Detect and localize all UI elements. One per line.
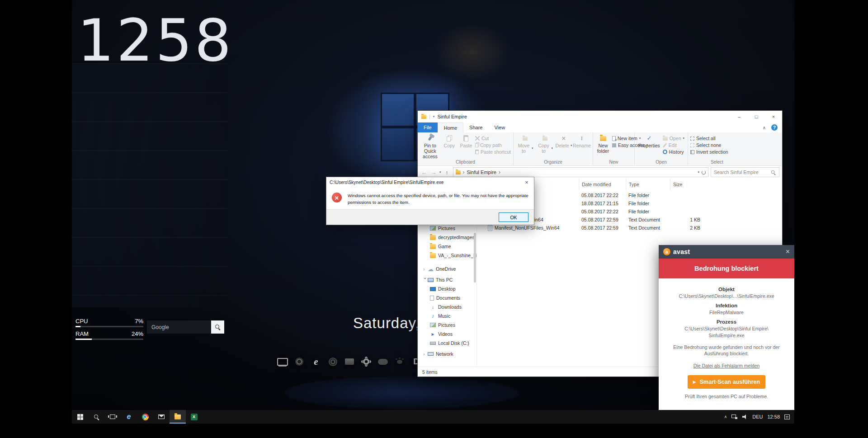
delete-button[interactable]: Delete▾ [556,134,572,149]
close-button[interactable]: × [765,111,782,122]
explorer-taskbar-button[interactable] [170,410,186,424]
properties-button[interactable]: Properties [637,134,661,149]
collapse-ribbon-icon[interactable]: ∧ [763,125,766,130]
action-center-icon[interactable] [784,414,790,419]
internet-explorer-dock-icon[interactable] [310,355,322,368]
avast-logo-icon: a [663,248,670,255]
chevron-icon[interactable]: › [423,351,428,357]
paste-button[interactable]: Paste [458,134,474,149]
nav-item[interactable]: ›Local Disk (C:) [418,339,476,348]
history-button[interactable]: History [663,149,684,155]
spreadsheet-taskbar-button[interactable] [186,410,202,424]
search-icon [771,170,776,174]
task-view-button[interactable] [104,410,121,424]
copy-path-button[interactable]: Copy path [475,142,511,148]
language-indicator[interactable]: DEU [752,414,763,419]
column-header-type[interactable]: Type [626,179,670,190]
google-search-input[interactable]: Google [147,320,211,334]
nav-item[interactable]: ›Videos [418,330,476,339]
gear-dock-icon[interactable] [360,355,373,368]
cpu-label: CPU [75,318,88,325]
column-header-date-modified[interactable]: Date modified [579,179,626,190]
minimize-button[interactable]: – [731,111,748,122]
downloads-icon [430,305,436,310]
nav-item[interactable]: ›Music [418,311,476,320]
windows-logo-icon [77,414,83,420]
column-header-size[interactable]: Size [670,179,705,190]
folder-dock-icon[interactable] [343,355,356,368]
select-all-icon [690,137,694,141]
taskbar-search-button[interactable] [88,410,104,424]
start-button[interactable] [72,410,88,424]
address-dropdown[interactable]: ▾ [698,170,699,174]
cut-button[interactable]: Cut [475,136,511,141]
network-icon[interactable] [731,414,737,419]
edit-button[interactable]: Edit [663,142,684,148]
invert-selection-button[interactable]: Invert selection [690,149,728,155]
forward-button[interactable]: → [430,169,437,176]
tab-share[interactable]: Share [463,122,488,132]
nav-item[interactable]: ›Downloads [418,302,476,311]
object-label: Objekt [667,287,786,292]
nav-item[interactable]: ›Documents [418,293,476,302]
report-false-positive-link[interactable]: Die Datei als Fehlalarm melden [693,363,760,368]
google-search-button[interactable] [211,320,224,334]
nav-item[interactable]: ›Desktop [418,284,476,293]
internet-explorer-taskbar-button[interactable]: e [121,410,137,424]
nav-item[interactable]: ›decryptedImages [418,233,476,242]
nav-item[interactable]: ›Game [418,242,476,251]
address-bar[interactable]: › Sinful Empire › ▾ [453,167,708,177]
pin-to-quick-access-button[interactable]: Pin to Quick access [420,134,440,160]
tab-file[interactable]: File [418,122,438,132]
avast-close-icon[interactable]: × [786,248,790,255]
chrome-taskbar-button[interactable] [137,410,153,424]
camera-dock-icon[interactable] [293,355,306,368]
select-all-button[interactable]: Select all [690,136,728,141]
breadcrumb-item[interactable]: Sinful Empire [467,170,496,175]
ribbon: Pin to Quick access Copy Paste Cut Copy … [418,132,782,166]
volume-icon[interactable] [742,414,748,419]
nav-item[interactable]: ›This PC [418,275,476,284]
copy-to-button[interactable]: Copy to▾ [536,134,555,154]
disc-dock-icon[interactable] [326,355,339,368]
help-icon[interactable]: ? [771,124,778,131]
up-button[interactable]: ↑ [443,169,451,176]
recent-locations-dropdown[interactable]: ▾ [439,170,441,174]
open-button[interactable]: Open▾ [663,136,684,141]
mail-taskbar-button[interactable] [153,410,170,424]
select-none-button[interactable]: Select none [690,142,728,148]
paste-shortcut-button[interactable]: Paste shortcut [475,149,511,155]
refresh-icon[interactable] [702,170,706,174]
tab-home[interactable]: Home [438,122,463,132]
monitor-dock-icon[interactable] [276,355,289,368]
dialog-close-button[interactable]: × [519,177,534,188]
back-button[interactable]: ← [420,169,428,176]
rename-button[interactable]: Rename [573,134,590,149]
move-to-button[interactable]: Move to▾ [516,134,535,154]
easy-access-icon [612,143,616,147]
explorer-search-input[interactable]: Search Sinful Empire [711,167,779,177]
chevron-icon[interactable]: › [423,266,428,272]
nav-item[interactable]: ›OneDrive [418,264,476,273]
hidden-icons-chevron-icon[interactable]: ∧ [724,414,727,419]
nav-scrollbar[interactable] [474,233,476,283]
ok-button[interactable]: OK [499,212,528,222]
smart-scan-button[interactable]: ▶ Smart-Scan ausführen [688,375,765,389]
edit-icon [663,143,667,147]
file-row[interactable]: Manifest_NonUFSFiles_Win6405.08.2017 22:… [477,224,782,232]
folder-icon [430,244,436,249]
nav-item[interactable]: ›Network [418,349,476,358]
error-dialog: C:\Users\Skynet\Desktop\Sinful Empire\Si… [326,177,534,225]
paw-dock-icon[interactable] [393,355,406,368]
nav-item[interactable]: ›VA_-_Sunshine_Live [418,251,476,260]
quick-access-toolbar-dropdown[interactable]: ▾ [433,115,435,118]
nav-item[interactable]: ›Pictures [418,224,476,233]
new-folder-button[interactable]: New folder [595,134,611,154]
copy-button[interactable]: Copy [442,134,457,149]
open-group-label: Open [635,160,688,165]
tray-clock[interactable]: 12:58 [767,414,780,419]
controller-dock-icon[interactable] [377,355,389,368]
maximize-button[interactable]: □ [748,111,765,122]
nav-item[interactable]: ›Pictures [418,320,476,330]
tab-view[interactable]: View [488,122,511,132]
